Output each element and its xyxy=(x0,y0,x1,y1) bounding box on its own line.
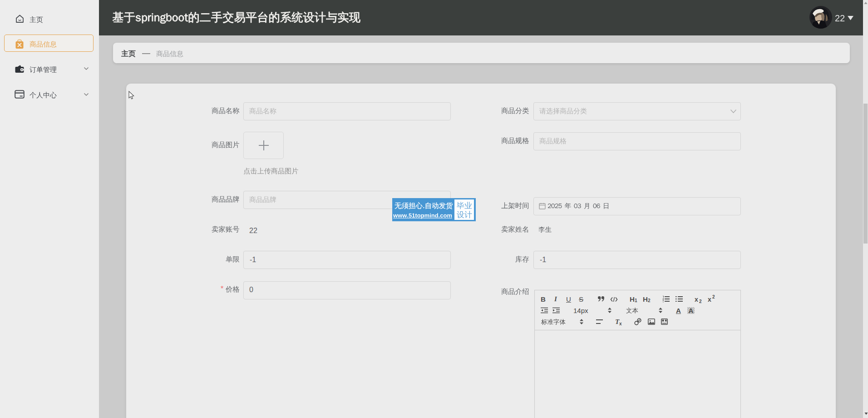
svg-text:A: A xyxy=(689,307,694,314)
